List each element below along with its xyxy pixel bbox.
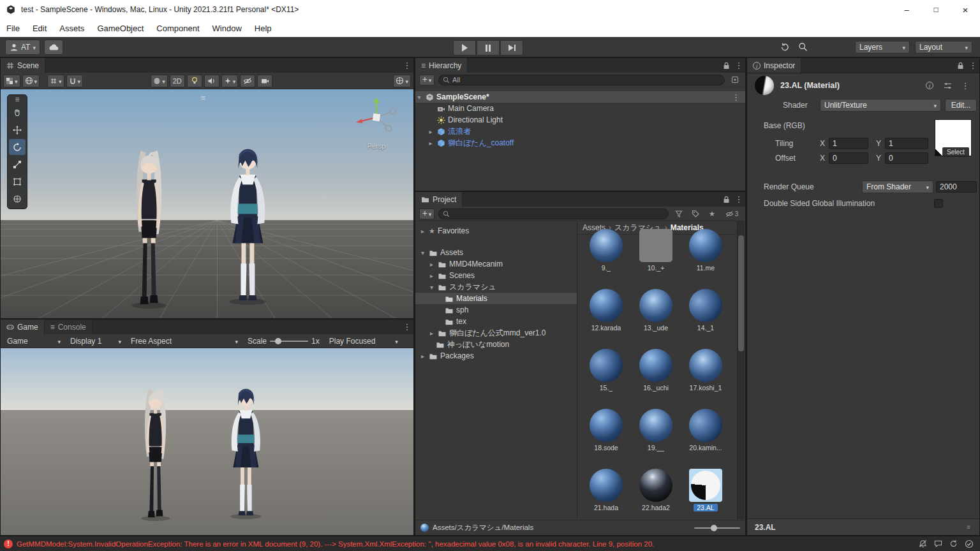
favorites-section[interactable]: Favorites: [415, 225, 577, 237]
search-field[interactable]: [452, 76, 720, 84]
play-button[interactable]: [453, 40, 476, 55]
tiling-y-field[interactable]: [885, 138, 928, 149]
minimize-button[interactable]: [892, 0, 921, 19]
asset-item[interactable]: 19.__: [631, 409, 681, 469]
scrollbar-thumb[interactable]: [738, 235, 744, 351]
display-dropdown[interactable]: Display 1: [66, 337, 125, 346]
aspect-dropdown[interactable]: Free Aspect: [127, 337, 242, 346]
undo-history-button[interactable]: [778, 40, 791, 54]
hierarchy-search-input[interactable]: [438, 75, 725, 85]
slider-knob[interactable]: [275, 338, 281, 344]
project-folder-scenes[interactable]: Scenes: [415, 270, 577, 281]
tab-hierarchy[interactable]: Hierarchy: [415, 58, 468, 73]
asset-item[interactable]: 13._ude: [631, 289, 681, 349]
console-error-message[interactable]: GetMMDModel:System.InvalidOperationExcep…: [17, 540, 654, 548]
more-icon[interactable]: [401, 58, 413, 73]
asset-item[interactable]: 22.hada2: [631, 469, 681, 519]
project-folder-botan-official[interactable]: 獅白ぼたん公式mmd_ver1.0: [415, 327, 577, 339]
foldout-icon[interactable]: [428, 283, 435, 291]
snap-grid-button[interactable]: [47, 75, 64, 87]
hidden-packages-button[interactable]: 3: [722, 207, 741, 221]
preview-drag-handle[interactable]: [967, 524, 972, 531]
hierarchy-scene-row[interactable]: SampleScene*: [415, 91, 745, 103]
step-button[interactable]: [500, 40, 523, 55]
project-search-input[interactable]: [438, 209, 669, 219]
more-icon[interactable]: [732, 58, 745, 73]
menu-edit[interactable]: Edit: [26, 19, 53, 37]
tab-inspector[interactable]: Inspector: [747, 58, 801, 73]
move-tool-button[interactable]: [9, 122, 26, 138]
project-folder-motion[interactable]: 神っぽいなmotion: [415, 339, 577, 350]
more-icon[interactable]: [732, 192, 745, 207]
rotate-tool-button[interactable]: [9, 139, 26, 155]
asset-item[interactable]: 10._+: [631, 229, 681, 289]
shader-dropdown[interactable]: Unlit/Texture: [820, 99, 941, 112]
foldout-icon[interactable]: [419, 351, 426, 360]
2d-toggle-button[interactable]: 2D: [170, 75, 185, 87]
search-by-type-button[interactable]: [672, 207, 685, 221]
projection-label[interactable]: Persp: [350, 142, 403, 150]
search-by-label-button[interactable]: [689, 207, 702, 221]
asset-item[interactable]: 12.karada: [581, 289, 631, 349]
offset-y-field[interactable]: [885, 152, 928, 164]
project-folder-sph[interactable]: sph: [415, 304, 577, 316]
chat-icon[interactable]: [934, 540, 942, 548]
menu-assets[interactable]: Assets: [53, 19, 91, 37]
game-target-dropdown[interactable]: Game: [3, 337, 64, 346]
foldout-icon[interactable]: [419, 226, 426, 235]
inspector-preview-bar[interactable]: 23.AL: [747, 518, 979, 535]
foldout-icon[interactable]: [428, 271, 435, 280]
asset-item-selected[interactable]: 23.AL: [681, 469, 731, 519]
scale-tool-button[interactable]: [9, 156, 26, 172]
create-dropdown[interactable]: [419, 75, 434, 85]
create-dropdown[interactable]: [419, 209, 434, 219]
scene-visibility-button[interactable]: [240, 75, 255, 87]
grid-visibility-dropdown[interactable]: [22, 75, 40, 87]
lock-button[interactable]: [720, 58, 732, 73]
lock-button[interactable]: [720, 192, 732, 207]
tab-project[interactable]: Project: [415, 192, 463, 207]
tab-console[interactable]: Console: [45, 320, 93, 334]
game-viewport[interactable]: [1, 348, 413, 535]
hierarchy-item-main-camera[interactable]: Main Camera: [415, 103, 745, 114]
hierarchy-filter-button[interactable]: [729, 73, 741, 87]
thumbnail-size-slider[interactable]: [694, 527, 740, 529]
menu-gameobject[interactable]: GameObject: [91, 19, 150, 37]
snap-increment-button[interactable]: [66, 75, 84, 87]
cloud-button[interactable]: [44, 40, 63, 55]
rect-tool-button[interactable]: [9, 173, 26, 189]
audio-toggle-button[interactable]: [204, 75, 219, 87]
layers-dropdown[interactable]: Layers: [855, 41, 910, 54]
more-icon[interactable]: [401, 320, 413, 334]
project-folder-materials[interactable]: Materials: [415, 293, 577, 304]
menu-window[interactable]: Window: [206, 19, 248, 37]
hand-tool-button[interactable]: [9, 105, 26, 121]
foldout-icon[interactable]: [428, 328, 435, 337]
layout-dropdown[interactable]: Layout: [915, 41, 972, 54]
more-icon[interactable]: [732, 92, 740, 102]
lighting-toggle-button[interactable]: [187, 75, 202, 87]
menu-component[interactable]: Component: [150, 19, 205, 37]
close-button[interactable]: [951, 0, 980, 19]
scale-slider[interactable]: [270, 341, 308, 342]
asset-item[interactable]: 20.kamin...: [681, 409, 731, 469]
hierarchy-item-wanderer[interactable]: 流浪者: [415, 126, 745, 137]
refresh-icon[interactable]: [949, 540, 958, 548]
scene-viewport[interactable]: Persp: [1, 89, 413, 318]
tab-game[interactable]: Game: [1, 320, 45, 334]
project-scrollbar[interactable]: [737, 221, 745, 519]
slider-knob[interactable]: [711, 525, 717, 531]
more-icon[interactable]: [967, 58, 979, 73]
project-folder-scaramouche[interactable]: スカラマシュ: [415, 281, 577, 293]
asset-item[interactable]: 14._1: [681, 289, 731, 349]
foldout-icon[interactable]: [428, 260, 435, 268]
focus-dropdown[interactable]: Play Focused: [325, 337, 402, 346]
project-folder-assets[interactable]: Assets: [415, 247, 577, 258]
project-folder-tex[interactable]: tex: [415, 316, 577, 327]
asset-item[interactable]: 18.sode: [581, 409, 631, 469]
hierarchy-item-directional-light[interactable]: Directional Light: [415, 114, 745, 126]
search-button[interactable]: [796, 40, 809, 54]
asset-item[interactable]: 9._: [581, 229, 631, 289]
gizmos-dropdown[interactable]: [393, 75, 411, 87]
asset-item[interactable]: 16._uchi: [631, 349, 681, 409]
